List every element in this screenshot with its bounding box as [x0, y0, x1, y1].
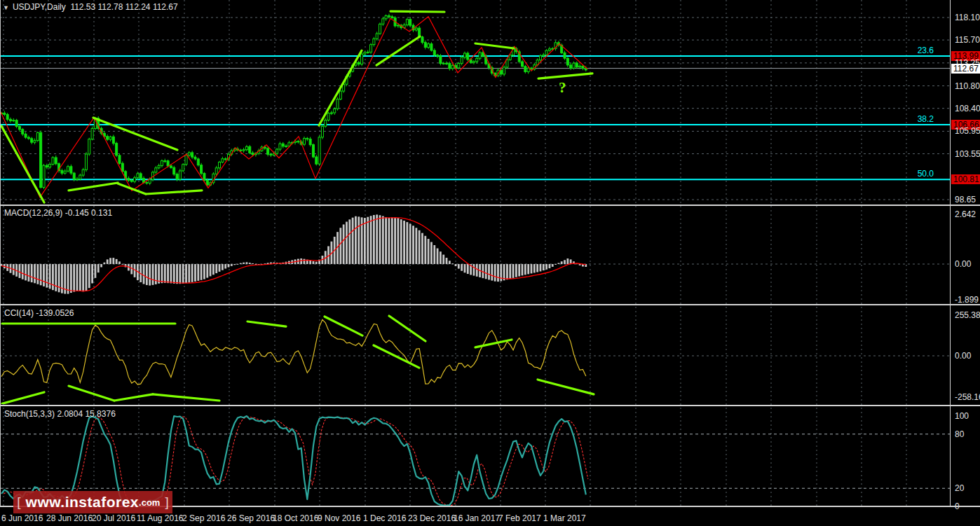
date-tick: 26 Sep 2016 — [227, 513, 275, 523]
price-tick-98.65: 98.65 — [955, 195, 976, 205]
ohlc-close: 112.67 — [153, 2, 178, 12]
ohlc-low: 112.24 — [125, 2, 151, 12]
cci-values: -139.0526 — [36, 308, 74, 318]
panel-separator-stoch[interactable] — [0, 405, 980, 406]
price-tick-118.10: 118.10 — [955, 13, 980, 22]
date-tick: 2 Sep 2016 — [182, 513, 225, 523]
panel-separator-macd[interactable] — [0, 205, 980, 206]
logo-bracket-close: ] — [165, 494, 168, 510]
axis-border — [950, 0, 951, 506]
macd-histogram — [1, 214, 587, 293]
panel-separator-cci[interactable] — [0, 304, 980, 305]
fib-label-38.2: 38.2 — [892, 114, 934, 124]
logo-bracket-open: [ — [17, 494, 20, 510]
chart-title: ▼USDJPY,Daily 112.53 112.78 112.24 112.6… — [3, 2, 178, 12]
date-tick: 16 Jan 2017 — [454, 513, 500, 523]
question-mark-annotation: ? — [559, 79, 566, 97]
cci-tick-0.00: 0.00 — [955, 351, 971, 361]
date-tick: 28 Jun 2016 — [46, 513, 93, 523]
date-tick: 9 Nov 2016 — [318, 513, 360, 523]
stoch-tick-20: 20 — [955, 483, 964, 493]
stoch-tick-100: 100 — [955, 411, 969, 421]
cci-trendlines — [2, 316, 594, 403]
price-tick-100.81: 100.81 — [951, 174, 980, 184]
date-tick: 7 Feb 2017 — [498, 513, 541, 523]
cci-indicator-label: CCI(14) -139.0526 — [4, 308, 74, 318]
mt4-chart-window: ▼USDJPY,Daily 112.53 112.78 112.24 112.6… — [0, 0, 980, 526]
stoch-title: Stoch(15,3,3) — [4, 409, 55, 419]
price-tick-108.40: 108.40 — [955, 104, 980, 113]
price-tick-110.80: 110.80 — [955, 81, 980, 91]
date-tick: 6 Jun 2016 — [1, 513, 43, 523]
stoch-values: 2.0804 15.8376 — [57, 409, 115, 419]
date-tick: 23 Dec 2016 — [408, 513, 456, 523]
cci-title: CCI(14) — [4, 308, 34, 318]
price-tick-103.55: 103.55 — [955, 149, 980, 159]
price-tick-112.67: 112.67 — [951, 64, 980, 74]
macd-tick-2.642: 2.642 — [955, 209, 976, 219]
ohlc-high: 112.78 — [98, 2, 123, 12]
stoch-indicator-label: Stoch(15,3,3) 2.0804 15.8376 — [4, 409, 116, 419]
date-tick: 1 Mar 2017 — [543, 513, 586, 523]
chart-plot-area[interactable] — [0, 0, 980, 526]
macd-tick-0.00: 0.00 — [955, 259, 971, 269]
price-tick-105.95: 105.95 — [955, 126, 980, 136]
fibonacci-lines — [0, 56, 950, 179]
cci-tick--258.1662: -258.1662 — [955, 392, 980, 402]
symbol-dropdown-icon[interactable]: ▼ — [3, 4, 9, 11]
macd-values: -0.145 0.131 — [65, 208, 112, 218]
macd-title: MACD(12,26,9) — [4, 208, 62, 218]
ohlc-open: 112.53 — [70, 2, 95, 12]
grid-lines — [0, 0, 950, 506]
macd-indicator-label: MACD(12,26,9) -0.145 0.131 — [4, 208, 112, 218]
stoch-tick-80: 80 — [955, 429, 964, 439]
cci-line — [1, 319, 586, 385]
date-tick: 18 Oct 2016 — [273, 513, 318, 523]
logo-tld: .com — [139, 497, 160, 508]
instaforex-watermark: [ www.instaforex .com ] — [13, 491, 172, 513]
logo-text: www.instaforex — [26, 494, 139, 511]
macd-tick--1.899: -1.899 — [955, 295, 979, 305]
window-left-border — [0, 0, 1, 506]
zigzag-line — [1, 17, 587, 198]
symbol-timeframe-label: USDJPY,Daily — [13, 2, 66, 12]
fib-label-50.0: 50.0 — [892, 169, 934, 179]
price-tick-115.70: 115.70 — [955, 35, 980, 45]
fib-label-23.6: 23.6 — [892, 46, 934, 55]
date-tick: 11 Aug 2016 — [137, 513, 184, 523]
date-tick: 20 Jul 2016 — [92, 513, 135, 523]
date-tick: 1 Dec 2016 — [363, 513, 406, 523]
cci-tick-255.3869: 255.3869 — [955, 310, 980, 320]
